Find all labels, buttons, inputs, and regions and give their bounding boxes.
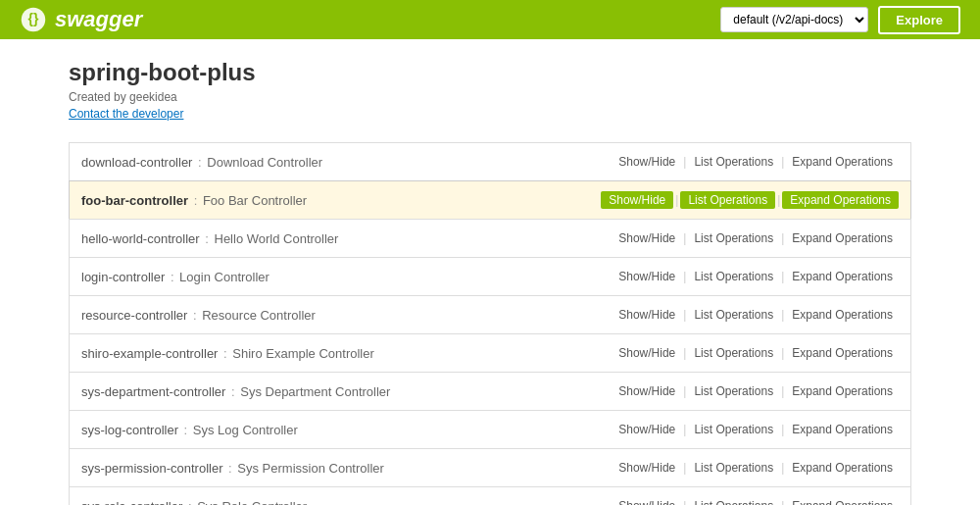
swagger-title: swagger: [55, 7, 142, 32]
expand-operations-button[interactable]: Expand Operations: [786, 344, 899, 362]
controller-label: Shiro Example Controller: [232, 346, 374, 361]
action-divider: |: [781, 384, 784, 398]
controller-name: sys-department-controller : Sys Departme…: [81, 384, 612, 399]
controller-separator: :: [184, 499, 195, 506]
list-operations-button[interactable]: List Operations: [688, 382, 779, 400]
controller-id: hello-world-controller: [81, 231, 200, 246]
controller-id: download-controller: [81, 155, 192, 170]
show-hide-button[interactable]: Show/Hide: [612, 229, 681, 247]
show-hide-button[interactable]: Show/Hide: [612, 153, 681, 171]
controller-actions: Show/Hide | List Operations | Expand Ope…: [612, 497, 899, 505]
list-operations-button[interactable]: List Operations: [688, 344, 779, 362]
logo-area: {} swagger: [20, 6, 720, 33]
controller-actions: Show/Hide | List Operations | Expand Ope…: [601, 191, 899, 209]
action-divider: |: [781, 231, 784, 245]
list-operations-button[interactable]: List Operations: [680, 191, 775, 209]
main-content: spring-boot-plus Created by geekidea Con…: [69, 39, 911, 505]
show-hide-button[interactable]: Show/Hide: [612, 459, 681, 477]
controller-id: sys-permission-controller: [81, 461, 222, 476]
controller-separator: :: [220, 346, 230, 361]
expand-operations-button[interactable]: Expand Operations: [786, 306, 899, 324]
action-divider: |: [781, 308, 784, 322]
contact-link[interactable]: Contact the developer: [69, 107, 183, 121]
expand-operations-button[interactable]: Expand Operations: [786, 382, 899, 400]
list-operations-button[interactable]: List Operations: [688, 153, 779, 171]
action-divider: |: [683, 231, 686, 245]
show-hide-button[interactable]: Show/Hide: [601, 191, 673, 209]
action-divider: |: [781, 423, 784, 436]
controller-actions: Show/Hide | List Operations | Expand Ope…: [612, 153, 899, 171]
controller-id: sys-role-controller: [81, 499, 182, 506]
action-divider: |: [683, 384, 686, 398]
controller-name: resource-controller : Resource Controlle…: [81, 308, 612, 323]
expand-operations-button[interactable]: Expand Operations: [786, 459, 899, 477]
controller-actions: Show/Hide | List Operations | Expand Ope…: [612, 268, 899, 285]
list-operations-button[interactable]: List Operations: [688, 229, 779, 247]
controller-actions: Show/Hide | List Operations | Expand Ope…: [612, 229, 899, 247]
show-hide-button[interactable]: Show/Hide: [612, 268, 681, 285]
controller-label: Hello World Controller: [215, 231, 339, 246]
expand-operations-button[interactable]: Expand Operations: [786, 268, 899, 285]
created-by-text: Created by geekidea: [69, 90, 911, 104]
controller-id: foo-bar-controller: [81, 193, 188, 208]
controller-label: Sys Permission Controller: [237, 461, 384, 476]
controller-label: Login Controller: [179, 270, 270, 284]
controller-label: Sys Department Controller: [240, 384, 390, 399]
action-divider: |: [675, 193, 678, 207]
controller-row: download-controller : Download Controlle…: [69, 142, 911, 180]
controller-separator: :: [202, 231, 213, 246]
explore-button[interactable]: Explore: [878, 6, 960, 34]
controller-row: resource-controller : Resource Controlle…: [69, 295, 911, 333]
list-operations-button[interactable]: List Operations: [688, 497, 779, 505]
expand-operations-button[interactable]: Expand Operations: [786, 153, 899, 171]
controller-id: shiro-example-controller: [81, 346, 218, 361]
show-hide-button[interactable]: Show/Hide: [612, 306, 681, 324]
controller-label: Download Controller: [207, 155, 322, 170]
controller-separator: :: [190, 193, 201, 208]
action-divider: |: [683, 270, 686, 283]
api-docs-select[interactable]: default (/v2/api-docs): [720, 7, 868, 32]
show-hide-button[interactable]: Show/Hide: [612, 344, 681, 362]
list-operations-button[interactable]: List Operations: [688, 268, 779, 285]
controller-actions: Show/Hide | List Operations | Expand Ope…: [612, 306, 899, 324]
controller-separator: :: [194, 155, 205, 170]
action-divider: |: [683, 308, 686, 322]
expand-operations-button[interactable]: Expand Operations: [782, 191, 899, 209]
list-operations-button[interactable]: List Operations: [688, 306, 779, 324]
controller-id: sys-log-controller: [81, 423, 178, 437]
controller-actions: Show/Hide | List Operations | Expand Ope…: [612, 344, 899, 362]
controller-row: sys-permission-controller : Sys Permissi…: [69, 448, 911, 486]
show-hide-button[interactable]: Show/Hide: [612, 497, 681, 505]
expand-operations-button[interactable]: Expand Operations: [786, 229, 899, 247]
controller-name: shiro-example-controller : Shiro Example…: [81, 346, 612, 361]
controller-label: Foo Bar Controller: [203, 193, 307, 208]
controller-separator: :: [189, 308, 200, 323]
controller-name: sys-role-controller : Sys Role Controlle…: [81, 499, 612, 506]
app-title: spring-boot-plus: [69, 59, 911, 86]
show-hide-button[interactable]: Show/Hide: [612, 421, 681, 438]
controller-id: sys-department-controller: [81, 384, 225, 399]
controller-name: foo-bar-controller : Foo Bar Controller: [81, 193, 601, 208]
controller-separator: :: [167, 270, 177, 284]
list-operations-button[interactable]: List Operations: [688, 459, 779, 477]
controller-row: sys-log-controller : Sys Log ControllerS…: [69, 410, 911, 448]
list-operations-button[interactable]: List Operations: [688, 421, 779, 438]
controller-actions: Show/Hide | List Operations | Expand Ope…: [612, 421, 899, 438]
controller-row: sys-role-controller : Sys Role Controlle…: [69, 486, 911, 505]
expand-operations-button[interactable]: Expand Operations: [786, 497, 899, 505]
controller-row: sys-department-controller : Sys Departme…: [69, 372, 911, 410]
show-hide-button[interactable]: Show/Hide: [612, 382, 681, 400]
swagger-logo-icon: {}: [20, 6, 47, 33]
action-divider: |: [683, 499, 686, 505]
controller-name: hello-world-controller : Hello World Con…: [81, 231, 612, 246]
controller-separator: :: [227, 384, 238, 399]
controllers-list: download-controller : Download Controlle…: [69, 142, 911, 505]
controller-separator: :: [224, 461, 235, 476]
expand-operations-button[interactable]: Expand Operations: [786, 421, 899, 438]
action-divider: |: [781, 499, 784, 505]
controller-row: shiro-example-controller : Shiro Example…: [69, 333, 911, 372]
action-divider: |: [683, 461, 686, 475]
controller-separator: :: [180, 423, 191, 437]
controller-name: sys-permission-controller : Sys Permissi…: [81, 461, 612, 476]
controller-row: foo-bar-controller : Foo Bar ControllerS…: [69, 180, 911, 219]
